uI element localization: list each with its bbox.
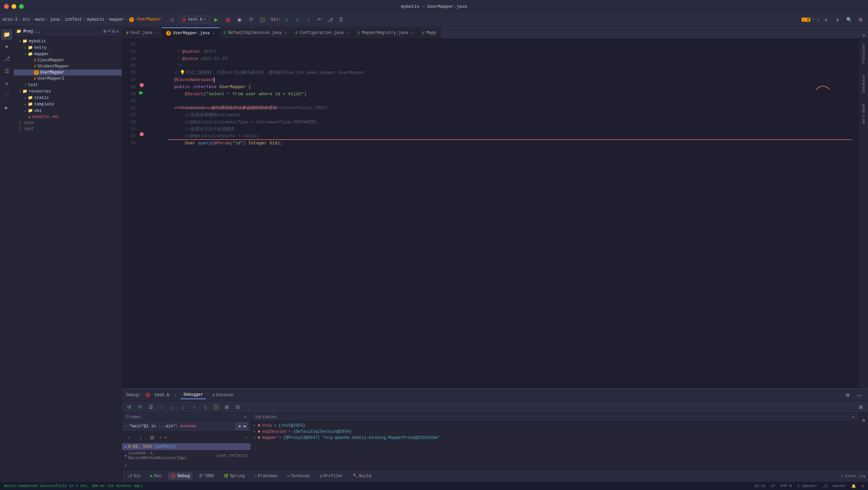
- frame-add-icon[interactable]: +: [159, 435, 162, 440]
- stack-frame-0[interactable]: ● b:81, test (zzhTest): [122, 443, 251, 450]
- tree-item-resources[interactable]: ▾ 📁 resources: [14, 88, 122, 95]
- profiler-button[interactable]: ⏱: [246, 15, 256, 24]
- tree-collapse-icon[interactable]: ≡: [108, 28, 111, 34]
- debug-sidebar-btn[interactable]: ⊞: [859, 416, 868, 425]
- window-controls[interactable]: [4, 4, 24, 9]
- tree-item-usermapper2[interactable]: I UserMapper2: [14, 76, 122, 82]
- thread-dropdown[interactable]: ▾: [236, 423, 248, 430]
- tree-item-static[interactable]: ▸ 📁 static: [14, 95, 122, 101]
- problems-nav-up[interactable]: ∧: [821, 15, 831, 24]
- tab-configuration-java[interactable]: C Configuration.java ✕: [292, 27, 354, 38]
- problems-nav-down[interactable]: ∨: [833, 15, 842, 24]
- code-content[interactable]: * @author 张子行 * @since 2021-03-24 */ //💡…: [145, 39, 859, 388]
- back-button[interactable]: ◁: [167, 15, 176, 24]
- frame-down-button[interactable]: ↓: [136, 433, 145, 442]
- var-item-this[interactable]: ▸ ■ this = {test@2953}: [251, 423, 859, 429]
- git-pull-button[interactable]: ↑: [304, 15, 313, 24]
- git-push-button[interactable]: ✓: [293, 15, 302, 24]
- tree-item-classmapper[interactable]: I ClassMapper: [14, 57, 122, 63]
- tab-defaultsqlsession-java[interactable]: C DefaultSqlSession.java ✕: [220, 27, 292, 38]
- stop-debug-button[interactable]: ⬛: [212, 403, 220, 411]
- tab-mapperregistry-java[interactable]: C MapperRegistry.java ✕: [354, 27, 418, 38]
- close-button[interactable]: [4, 4, 9, 9]
- tree-item-template[interactable]: ▸ 📁 template: [14, 101, 122, 107]
- debug-close-button[interactable]: ✕: [173, 392, 177, 398]
- tab-close-button[interactable]: ✕: [212, 30, 215, 36]
- breadcrumb-active-item[interactable]: I UserMapper: [129, 17, 161, 22]
- tree-add-icon[interactable]: ⊕: [103, 28, 106, 34]
- step-out-button[interactable]: ↑: [190, 403, 199, 411]
- database-panel-tab[interactable]: Database: [860, 72, 867, 96]
- breadcrumb-item[interactable]: mybatis: [87, 17, 104, 22]
- breadcrumb-item[interactable]: zzhTest: [65, 17, 82, 22]
- debug-tab-console[interactable]: ⊟ Console: [210, 391, 236, 399]
- breadcrumb-item[interactable]: java: [50, 17, 60, 22]
- breadcrumb-item[interactable]: main: [35, 17, 45, 22]
- bottom-tab-debug[interactable]: 🐞 Debug: [168, 472, 192, 480]
- git-history-button[interactable]: ↶: [315, 15, 324, 24]
- tree-close-icon[interactable]: ✕: [116, 28, 119, 34]
- step-up-button[interactable]: ↑: [157, 403, 166, 411]
- tree-item-entry[interactable]: ▸ 📁 entry: [14, 44, 122, 51]
- event-log-link[interactable]: 1 Event Log: [841, 474, 865, 478]
- tab-close-button[interactable]: ✕: [284, 30, 287, 36]
- search-everywhere-button[interactable]: 🔍: [844, 15, 854, 24]
- frame-expand-icon[interactable]: ▸: [165, 435, 167, 440]
- bottom-tab-profiler[interactable]: ◎ Profiler: [317, 472, 346, 480]
- bottom-tab-todo[interactable]: ☰ TODO: [196, 472, 217, 480]
- translate-panel-tab[interactable]: Translate: [860, 41, 867, 67]
- tab-close-button[interactable]: ✕: [346, 30, 349, 36]
- tree-item-site[interactable]: | site: [14, 120, 122, 126]
- breadcrumb-item[interactable]: mapper: [110, 17, 124, 22]
- translate-button[interactable]: 文: [336, 15, 346, 24]
- tab-usermapper-java[interactable]: I UserMapper.java ✕: [162, 27, 219, 38]
- coverage-button[interactable]: ◉: [235, 15, 244, 24]
- minimize-button[interactable]: [12, 4, 16, 9]
- tab-close-button[interactable]: ✕: [154, 30, 158, 36]
- wordbook-panel-tab[interactable]: Word Book: [860, 101, 867, 126]
- bottom-tab-git[interactable]: ⎇ Git: [125, 472, 144, 480]
- frame-filter-button[interactable]: ⊟: [148, 433, 157, 442]
- git-commit-button[interactable]: ✓: [282, 15, 292, 24]
- breadcrumb-item[interactable]: atis-3: [3, 17, 17, 22]
- tree-item-mybatis[interactable]: ▾ 📁 mybatis: [14, 38, 122, 44]
- tree-item-test-link[interactable]: | test: [14, 126, 122, 132]
- maximize-button[interactable]: [19, 4, 24, 9]
- debug-run-button[interactable]: 🐞: [223, 15, 233, 24]
- sidebar-structure-icon[interactable]: ☰: [1, 66, 12, 77]
- frame-minus-icon[interactable]: —: [245, 435, 248, 440]
- tree-item-test[interactable]: ☉ test: [14, 82, 122, 88]
- debug-tab-debugger[interactable]: Debugger: [181, 391, 206, 399]
- sidebar-pullreq-icon[interactable]: ⎇: [1, 54, 12, 64]
- frame-up-button[interactable]: ↑: [125, 433, 134, 442]
- sidebar-run-icon[interactable]: ▶: [1, 102, 12, 113]
- debug-layout-button[interactable]: ⊞: [856, 403, 865, 411]
- step-over-lines[interactable]: ☰: [146, 403, 155, 411]
- bottom-tab-build[interactable]: 🔨 Build: [350, 472, 374, 480]
- step-into-button[interactable]: ↓: [179, 403, 188, 411]
- run-button[interactable]: ▶: [212, 15, 221, 24]
- tree-item-mybatis-xml[interactable]: ✱ mybatis.xml: [14, 114, 122, 120]
- breakpoint-marker-2[interactable]: [140, 132, 144, 136]
- bottom-tab-terminal[interactable]: ▭ Terminal: [284, 472, 313, 480]
- view-breakpoints[interactable]: ⊞: [222, 403, 231, 411]
- step-down-button[interactable]: ↓: [168, 403, 177, 411]
- settings-button[interactable]: ⚙: [856, 15, 865, 24]
- sidebar-commit-icon[interactable]: ●: [1, 41, 12, 52]
- sidebar-bookmarks-icon[interactable]: ★: [1, 78, 12, 89]
- debug-settings-button[interactable]: ⚙: [843, 390, 852, 400]
- tab-mapp[interactable]: C Mapp: [418, 27, 440, 38]
- breakpoint-marker[interactable]: [140, 83, 144, 87]
- tree-item-xml[interactable]: ▸ 📁 xml: [14, 107, 122, 114]
- sidebar-favorites-icon[interactable]: ♡: [1, 90, 12, 101]
- tree-item-studentmapper[interactable]: I StudentMapper: [14, 63, 122, 69]
- status-line-ending[interactable]: LF: [771, 484, 775, 488]
- rerun-button[interactable]: ⟳: [136, 403, 144, 411]
- bottom-tab-problems[interactable]: ⚠ Problems: [252, 472, 280, 480]
- tab-test-java[interactable]: J test.java ✕: [122, 27, 162, 38]
- stop-button[interactable]: ⬛: [258, 15, 267, 24]
- tab-more-button[interactable]: ▾: [860, 33, 868, 38]
- var-item-sqlsession[interactable]: ▸ ■ sqlSession = {DefaultSqlSession@2954…: [251, 429, 859, 435]
- var-expand-mapper[interactable]: ▸: [254, 435, 256, 440]
- sidebar-project-icon[interactable]: 📁: [1, 29, 12, 40]
